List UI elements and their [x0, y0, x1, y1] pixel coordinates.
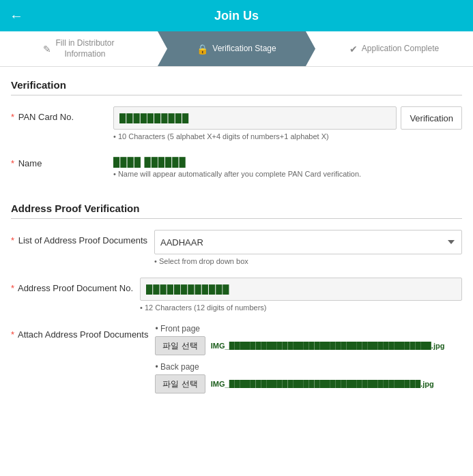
step-verification-label: Verification Stage: [212, 44, 276, 55]
required-star: *: [11, 112, 14, 122]
front-file-row: 파일 선택 IMG_██████████████████████████████…: [155, 336, 462, 355]
step-verification[interactable]: 🔒 Verification Stage: [158, 31, 315, 66]
progress-steps: ✎ Fill in DistributorInformation 🔒 Verif…: [0, 31, 473, 67]
checkmark-icon: ✔: [349, 44, 358, 55]
back-button[interactable]: ←: [10, 8, 23, 24]
verification-section-title: Verification: [11, 79, 462, 91]
address-list-field-wrap: AADHAAR Passport Voter ID Driving Licens…: [154, 230, 462, 265]
address-list-row: * List of Address Proof Documents AADHAA…: [11, 230, 462, 265]
back-file-button[interactable]: 파일 선택: [155, 374, 205, 393]
attach-docs-row: * Attach Address Proof Documents Front p…: [11, 324, 462, 398]
address-divider: [11, 218, 462, 219]
verify-button[interactable]: Verification: [401, 106, 462, 130]
attach-docs-label: * Attach Address Proof Documents: [11, 324, 148, 340]
front-page-label: Front page: [155, 324, 462, 333]
front-file-button[interactable]: 파일 선택: [155, 336, 205, 355]
address-list-hint: Select from drop down box: [154, 257, 462, 265]
back-page-label: Back page: [155, 362, 462, 372]
step-complete-label: Application Complete: [362, 44, 439, 55]
step-complete[interactable]: ✔ Application Complete: [315, 31, 473, 66]
back-file-row: 파일 선택 IMG_██████████████████████████████…: [155, 374, 462, 393]
header: ← Join Us: [0, 0, 473, 31]
required-star-attach: *: [11, 329, 14, 340]
address-section-title: Address Proof Verification: [11, 203, 462, 214]
verification-divider: [11, 95, 462, 95]
front-page-section: Front page 파일 선택 IMG_███████████████████…: [155, 324, 462, 355]
main-content: Verification * PAN Card No. Verification…: [0, 67, 473, 423]
address-doc-row: * Address Proof Document No. 12 Characte…: [11, 278, 462, 312]
address-doc-field-wrap: 12 Characters (12 digits of numbers): [140, 278, 462, 312]
back-file-name: IMG_████████████████████████████████████…: [211, 380, 434, 388]
name-hint: Name will appear automatically after you…: [113, 170, 462, 178]
step-distributor-label: Fill in DistributorInformation: [55, 38, 114, 59]
back-page-section: Back page 파일 선택 IMG_████████████████████…: [155, 362, 462, 393]
pan-hint: 10 Characters (5 alphabet X+4 digits of …: [113, 132, 462, 140]
front-file-name: IMG_████████████████████████████████████…: [211, 342, 445, 350]
header-title: Join Us: [214, 9, 259, 23]
address-type-select[interactable]: AADHAAR Passport Voter ID Driving Licens…: [154, 230, 462, 254]
pan-label: * PAN Card No.: [11, 106, 106, 122]
step-distributor[interactable]: ✎ Fill in DistributorInformation: [0, 31, 158, 66]
name-label: * Name: [11, 153, 106, 168]
edit-icon: ✎: [43, 44, 51, 55]
required-star-doc: *: [11, 283, 14, 293]
pan-field-wrap: Verification 10 Characters (5 alphabet X…: [113, 106, 462, 140]
address-doc-hint: 12 Characters (12 digits of numbers): [140, 303, 462, 312]
required-star-name: *: [11, 158, 14, 168]
pan-input-row: Verification: [113, 106, 462, 130]
address-doc-input[interactable]: [140, 278, 462, 301]
required-star-addr: *: [11, 235, 14, 246]
pan-input[interactable]: [113, 106, 397, 130]
name-field-wrap: ████ ██████ Name will appear automatical…: [113, 153, 462, 178]
attach-docs-field-wrap: Front page 파일 선택 IMG_███████████████████…: [155, 324, 462, 398]
pan-card-row: * PAN Card No. Verification 10 Character…: [11, 106, 462, 140]
address-list-label: * List of Address Proof Documents: [11, 230, 147, 246]
address-doc-label: * Address Proof Document No.: [11, 278, 133, 293]
name-row: * Name ████ ██████ Name will appear auto…: [11, 153, 462, 178]
name-value: ████ ██████: [113, 153, 462, 167]
lock-icon: 🔒: [197, 44, 208, 55]
